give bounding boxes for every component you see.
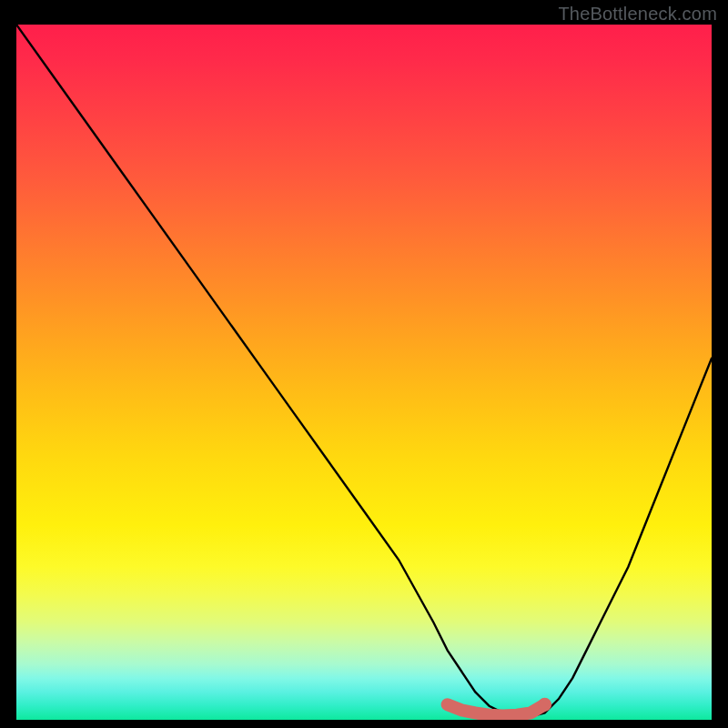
watermark-text: TheBottleneck.com [558, 4, 717, 25]
highlight-end-dot [538, 698, 551, 712]
bottleneck-curve [16, 25, 712, 716]
highlight-segment [448, 704, 545, 715]
chart-frame: TheBottleneck.com [0, 0, 728, 728]
chart-svg [16, 25, 712, 720]
chart-plot-area [16, 25, 712, 720]
